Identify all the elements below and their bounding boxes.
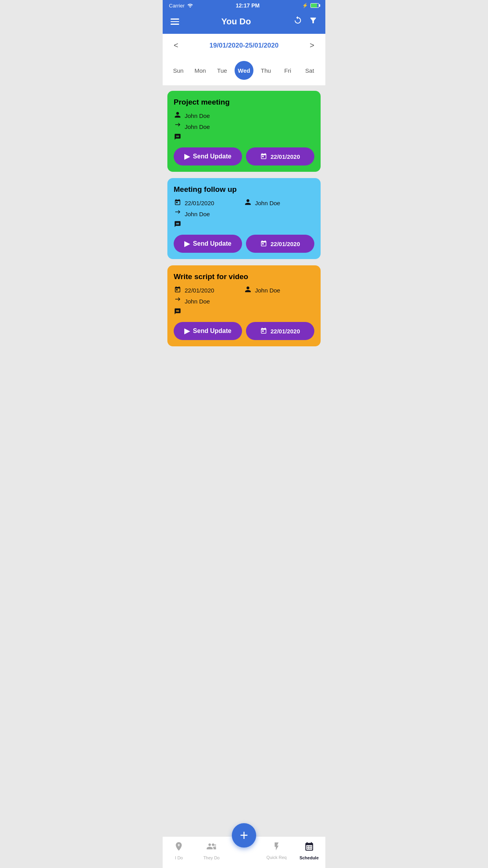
prev-week-button[interactable]: < (171, 39, 182, 51)
task-date-item: 22/01/2020 (174, 199, 244, 207)
delegate-icon (174, 297, 182, 305)
task-assignee-row: John Doe (174, 111, 314, 120)
task-list: Project meeting John Doe John Doe (163, 85, 325, 392)
task-card-meeting-followup: Meeting follow up 22/01/2020 John Doe (167, 178, 321, 259)
task-assignee-name: John Doe (255, 287, 280, 294)
task-delegate-name: John Doe (185, 123, 210, 130)
send-arrow-icon: ▶ (184, 327, 190, 335)
day-btn-sun[interactable]: Sun (169, 61, 188, 80)
task-actions: ▶ Send Update 22/01/2020 (174, 235, 314, 253)
task-actions: ▶ Send Update 22/01/2020 (174, 147, 314, 166)
chat-icon (174, 133, 182, 142)
person-icon (244, 199, 252, 207)
header-icons (293, 16, 317, 28)
task-title: Write script for video (174, 272, 314, 281)
delegate-icon (174, 122, 182, 131)
header: You Do (163, 11, 325, 34)
person-icon (244, 286, 252, 294)
next-week-button[interactable]: > (306, 39, 317, 51)
task-date-button[interactable]: 22/01/2020 (246, 147, 314, 166)
task-date-label: 22/01/2020 (270, 241, 300, 247)
task-delegate-row: John Doe (174, 297, 314, 305)
task-delegate-row: John Doe (174, 210, 314, 218)
status-bar-time: 12:17 PM (236, 2, 260, 9)
date-navigation: < 19/01/2020-25/01/2020 > (163, 34, 325, 57)
calendar-icon (260, 240, 267, 248)
task-date-item: 22/01/2020 (174, 286, 244, 294)
day-btn-sat[interactable]: Sat (300, 61, 319, 80)
status-bar-left: Carrier (169, 3, 193, 9)
day-btn-fri[interactable]: Fri (278, 61, 297, 80)
task-date-button[interactable]: 22/01/2020 (246, 235, 314, 253)
header-title: You Do (221, 17, 251, 27)
send-update-button[interactable]: ▶ Send Update (174, 322, 242, 340)
task-assignee-item: John Doe (244, 286, 314, 294)
task-delegate-row: John Doe (174, 122, 314, 131)
task-actions: ▶ Send Update 22/01/2020 (174, 322, 314, 340)
send-update-label: Send Update (193, 240, 231, 247)
task-card-project-meeting: Project meeting John Doe John Doe (167, 91, 321, 172)
day-btn-thu[interactable]: Thu (257, 61, 275, 80)
calendar-icon (260, 153, 267, 161)
task-comment-row (174, 133, 314, 142)
wifi-icon (187, 3, 193, 9)
task-comment-row (174, 221, 314, 229)
task-delegate-name: John Doe (185, 298, 210, 305)
status-bar-right: ⚡ (302, 3, 319, 8)
filter-button[interactable] (309, 16, 317, 27)
task-date-label: 22/01/2020 (270, 153, 300, 160)
task-date-assignee-row: 22/01/2020 John Doe (174, 286, 314, 294)
task-assignee-name: John Doe (185, 112, 210, 119)
task-meta: 22/01/2020 John Doe John Doe (174, 199, 314, 229)
send-update-label: Send Update (193, 327, 231, 335)
calendar-icon (174, 286, 182, 294)
task-date-value: 22/01/2020 (185, 200, 214, 206)
task-delegate-name: John Doe (185, 211, 210, 217)
chat-icon (174, 308, 182, 316)
task-meta: John Doe John Doe (174, 111, 314, 142)
calendar-icon (174, 199, 182, 207)
send-arrow-icon: ▶ (184, 239, 190, 248)
task-date-label: 22/01/2020 (270, 328, 300, 335)
task-assignee-item: John Doe (244, 199, 314, 207)
task-date-button[interactable]: 22/01/2020 (246, 322, 314, 340)
task-meta: 22/01/2020 John Doe John Doe (174, 286, 314, 316)
bolt-icon: ⚡ (302, 3, 308, 8)
status-bar: Carrier 12:17 PM ⚡ (163, 0, 325, 11)
person-icon (174, 111, 182, 120)
carrier-label: Carrier (169, 3, 185, 9)
battery-icon (310, 3, 319, 8)
day-btn-mon[interactable]: Mon (191, 61, 210, 80)
send-update-label: Send Update (193, 153, 231, 160)
send-update-button[interactable]: ▶ Send Update (174, 147, 242, 166)
date-range: 19/01/2020-25/01/2020 (209, 42, 279, 50)
delegate-icon (174, 210, 182, 218)
refresh-button[interactable] (293, 16, 303, 28)
task-date-value: 22/01/2020 (185, 287, 214, 294)
day-btn-wed[interactable]: Wed (235, 61, 253, 80)
task-title: Project meeting (174, 98, 314, 107)
task-comment-row (174, 308, 314, 316)
send-arrow-icon: ▶ (184, 152, 190, 161)
task-card-write-script: Write script for video 22/01/2020 John D… (167, 265, 321, 346)
task-date-assignee-row: 22/01/2020 John Doe (174, 199, 314, 207)
calendar-icon (260, 327, 267, 335)
day-btn-tue[interactable]: Tue (213, 61, 231, 80)
task-title: Meeting follow up (174, 185, 314, 194)
day-selector: Sun Mon Tue Wed Thu Fri Sat (163, 57, 325, 85)
chat-icon (174, 221, 182, 229)
task-assignee-name: John Doe (255, 200, 280, 206)
menu-button[interactable] (171, 18, 179, 25)
send-update-button[interactable]: ▶ Send Update (174, 235, 242, 253)
